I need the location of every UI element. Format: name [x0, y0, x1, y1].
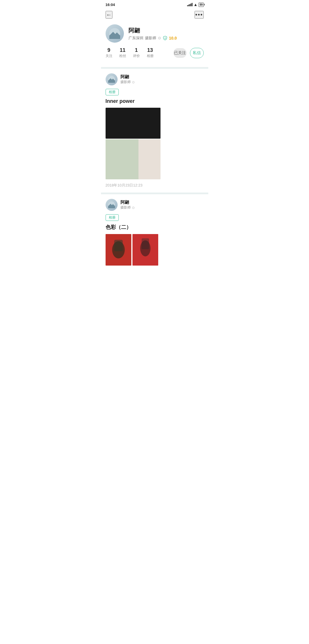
post-image-2a — [106, 234, 131, 266]
time: 16:04 — [106, 3, 115, 7]
message-button[interactable]: 私信 — [190, 48, 204, 58]
post-image-1a — [106, 108, 161, 139]
avatar[interactable] — [106, 24, 124, 43]
post-card-1: 阿翩 摄影师 ⊙ 相册 Inner power 2018年10月23日12:23 — [101, 69, 208, 193]
post-avatar-1[interactable] — [106, 73, 118, 85]
post-title-1: Inner power — [106, 98, 204, 104]
post-author-name-2: 阿翩 — [120, 200, 135, 205]
post-timestamp-1: 2018年10月23日12:23 — [106, 183, 204, 188]
stat-following[interactable]: 9 关注 — [106, 47, 112, 58]
post-author-name-1: 阿翩 — [120, 74, 135, 80]
more-button[interactable]: ••• — [195, 11, 203, 19]
post-header-1: 阿翩 摄影师 ⊙ — [106, 73, 204, 85]
svg-rect-15 — [142, 238, 149, 249]
profile-subtitle: 广东深圳 摄影师 ⊙ 信 10.0 — [128, 36, 177, 41]
profile-header: 阿翩 广东深圳 摄影师 ⊙ 信 10.0 9 关注 11 粉丝 1 评价 — [101, 21, 208, 67]
post-tag-2[interactable]: 相册 — [106, 214, 119, 221]
profile-location: 广东深圳 — [128, 36, 143, 41]
status-bar: 16:04 ▲ 99 — [101, 0, 208, 8]
post-author-role-1: 摄影师 ⊙ — [120, 80, 135, 85]
profile-role: 摄影师 — [145, 36, 156, 41]
stat-fans[interactable]: 11 粉丝 — [119, 47, 126, 58]
signal-icon — [187, 3, 193, 6]
post-card-2: 阿翩 摄影师 ⊙ 相册 色彩（二） — [101, 194, 208, 274]
profile-top: 阿翩 广东深圳 摄影师 ⊙ 信 10.0 — [106, 24, 204, 43]
post-author-info-2: 阿翩 摄影师 ⊙ — [120, 200, 135, 210]
person-icon: ⊙ — [158, 36, 161, 40]
post-author-info-1: 阿翩 摄影师 ⊙ — [120, 74, 135, 85]
shield-icon: 信 — [163, 36, 167, 40]
stat-albums[interactable]: 13 相册 — [147, 47, 154, 58]
profile-rating: 10.0 — [169, 36, 177, 40]
post-image-2b — [132, 234, 158, 266]
post-images-1 — [106, 108, 204, 179]
profile-name: 阿翩 — [128, 27, 177, 34]
role-icon-1: ⊙ — [132, 80, 135, 84]
nav-bar: ← ••• — [101, 8, 208, 21]
stats-row: 9 关注 11 粉丝 1 评价 13 相册 已关注 私信 — [106, 47, 204, 58]
follow-button[interactable]: 已关注 — [173, 48, 187, 58]
svg-rect-12 — [114, 240, 123, 251]
back-button[interactable]: ← — [106, 11, 112, 19]
svg-text:信: 信 — [164, 37, 166, 39]
post-title-2: 色彩（二） — [106, 224, 204, 231]
post-image-1b — [106, 139, 161, 179]
post-tag-1[interactable]: 相册 — [106, 89, 119, 95]
post-images-2 — [106, 234, 204, 266]
status-icons: ▲ 99 — [187, 2, 204, 7]
role-icon-2: ⊙ — [132, 206, 135, 210]
wifi-icon: ▲ — [194, 2, 198, 7]
stat-reviews[interactable]: 1 评价 — [133, 47, 140, 58]
post-header-2: 阿翩 摄影师 ⊙ — [106, 199, 204, 211]
post-avatar-2[interactable] — [106, 199, 118, 211]
battery-icon: 99 — [199, 3, 203, 7]
post-author-role-2: 摄影师 ⊙ — [120, 205, 135, 210]
profile-info: 阿翩 广东深圳 摄影师 ⊙ 信 10.0 — [128, 27, 177, 41]
